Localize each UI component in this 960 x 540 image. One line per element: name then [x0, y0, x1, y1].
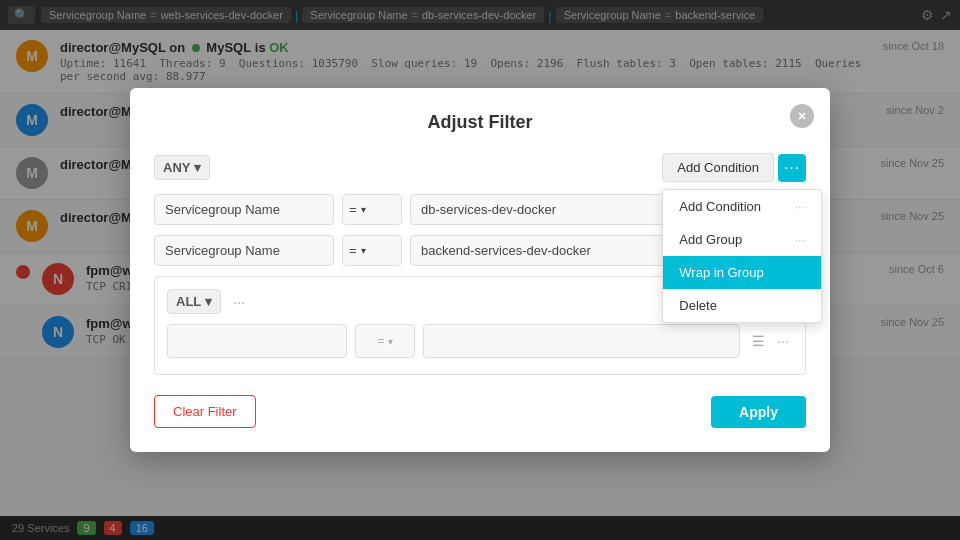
- dropdown-item-add-group[interactable]: Add Group ···: [663, 223, 821, 256]
- all-label: ALL: [176, 294, 201, 309]
- dropdown-dots-icon: ···: [794, 232, 805, 247]
- chevron-down-icon: ▾: [388, 336, 393, 347]
- modal-close-button[interactable]: ×: [790, 104, 814, 128]
- chevron-down-icon: ▾: [361, 204, 366, 215]
- any-label: ANY: [163, 160, 190, 175]
- empty-value-input[interactable]: [423, 324, 740, 358]
- empty-row-menu-button[interactable]: ☰: [748, 332, 769, 350]
- empty-field-input[interactable]: [167, 324, 347, 358]
- operator-select-2[interactable]: = ▾: [342, 235, 402, 266]
- dropdown-item-wrap-in-group[interactable]: Wrap in Group: [663, 256, 821, 289]
- modal-overlay: Adjust Filter × ANY ▾ Add Condition ···: [0, 0, 960, 540]
- any-dropdown[interactable]: ANY ▾: [154, 155, 210, 180]
- all-dropdown[interactable]: ALL ▾: [167, 289, 221, 314]
- add-condition-area: Add Condition ··· Add Condition ··· Add …: [662, 153, 806, 182]
- dropdown-item-delete[interactable]: Delete: [663, 289, 821, 322]
- empty-row-more-button[interactable]: ···: [773, 332, 793, 350]
- empty-filter-row: = ▾ ☰ ···: [167, 324, 793, 358]
- operator-select-1[interactable]: = ▾: [342, 194, 402, 225]
- any-arrow-icon: ▾: [194, 160, 201, 175]
- adjust-filter-modal: Adjust Filter × ANY ▾ Add Condition ···: [130, 88, 830, 452]
- group-actions: ···: [229, 293, 249, 311]
- dropdown-item-label: Delete: [679, 298, 717, 313]
- filter-header: ANY ▾ Add Condition ··· Add Condition: [154, 153, 806, 182]
- add-condition-button[interactable]: Add Condition: [662, 153, 774, 182]
- field-select-2[interactable]: Servicegroup Name: [154, 235, 334, 266]
- apply-button[interactable]: Apply: [711, 396, 806, 428]
- empty-row-actions: ☰ ···: [748, 332, 793, 350]
- dropdown-item-label: Add Condition: [679, 199, 761, 214]
- empty-operator-select[interactable]: = ▾: [355, 324, 415, 358]
- close-icon: ×: [798, 108, 806, 124]
- dropdown-dots-icon: ···: [794, 199, 805, 214]
- more-dots-icon: ···: [784, 160, 800, 176]
- chevron-down-icon: ▾: [361, 245, 366, 256]
- more-options-button[interactable]: ···: [778, 154, 806, 182]
- dropdown-menu: Add Condition ··· Add Group ··· Wrap in …: [662, 189, 822, 323]
- field-select-1[interactable]: Servicegroup Name: [154, 194, 334, 225]
- dropdown-item-label: Add Group: [679, 232, 742, 247]
- add-condition-label: Add Condition: [677, 160, 759, 175]
- clear-filter-button[interactable]: Clear Filter: [154, 395, 256, 428]
- dropdown-item-label: Wrap in Group: [679, 265, 763, 280]
- modal-title: Adjust Filter: [154, 112, 806, 133]
- all-arrow-icon: ▾: [205, 294, 212, 309]
- dropdown-item-add-condition[interactable]: Add Condition ···: [663, 190, 821, 223]
- modal-footer: Clear Filter Apply: [154, 395, 806, 428]
- group-more-button[interactable]: ···: [229, 293, 249, 311]
